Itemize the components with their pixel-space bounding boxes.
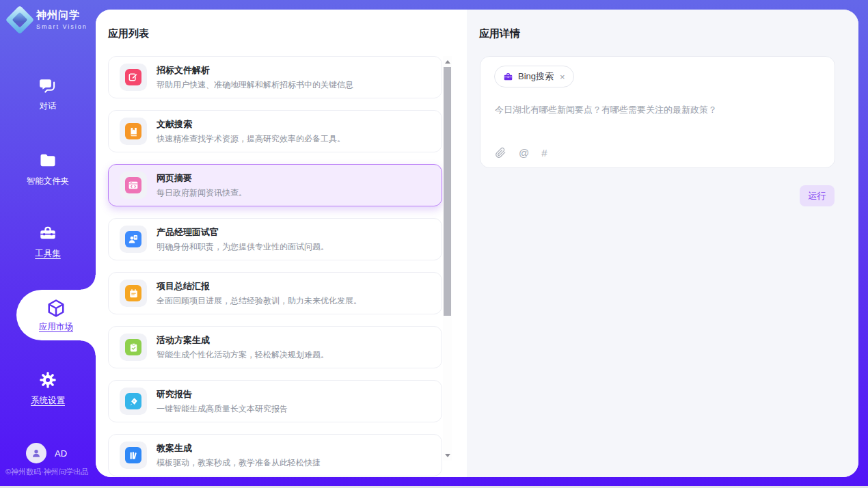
composer-toolbar: @ # (495, 147, 547, 159)
app-card-text: 教案生成 模板驱动，教案秒成，教学准备从此轻松快捷 (157, 442, 321, 469)
brand-subtitle: Smart Vision (36, 23, 87, 30)
app-card-text: 产品经理面试官 明确身份和职责，为您提供专业性的面试问题。 (157, 226, 329, 253)
mention-icon[interactable]: @ (519, 147, 529, 159)
app-name: 活动方案生成 (157, 334, 329, 347)
person-icon (31, 448, 42, 459)
chip-close-icon[interactable]: × (560, 72, 565, 82)
brand-name: 神州问学 (36, 9, 87, 22)
sidebar-item-chat[interactable]: 对话 (0, 75, 96, 112)
app-list-panel: 应用列表 招标文件解析 帮助用户快速、准确地理解和解析招标书中的关键信息 文献搜… (96, 10, 467, 477)
prompt-card: Bing搜索 × 今日湖北有哪些新闻要点？有哪些需要关注的最新政策？ @ # (480, 56, 835, 168)
app-card-text: 网页摘要 每日政府新闻资讯快查。 (157, 172, 247, 199)
browser-icon (125, 177, 141, 193)
app-card-text: 项目总结汇报 全面回顾项目进展，总结经验教训，助力未来优化发展。 (157, 280, 362, 307)
app-card-pm-interviewer[interactable]: 产品经理面试官 明确身份和职责，为您提供专业性的面试问题。 (108, 218, 442, 260)
app-card-text: 文献搜索 快速精准查找学术资源，提高研究效率的必备工具。 (157, 118, 345, 145)
tool-chip-label: Bing搜索 (518, 70, 554, 83)
app-name: 招标文件解析 (157, 64, 353, 77)
sidebar-item-toolset[interactable]: 工具集 (0, 223, 96, 260)
logo-diamond-icon (5, 5, 34, 33)
copyright-footer: ©神州数码·神州问学出品 (5, 467, 96, 477)
sidebar-item-label: 智能文件夹 (27, 176, 70, 187)
attachment-icon[interactable] (495, 147, 506, 159)
app-card-bid-document-parse[interactable]: 招标文件解析 帮助用户快速、准确地理解和解析招标书中的关键信息 (108, 56, 442, 98)
chat-icon (38, 75, 57, 96)
app-icon-tile (120, 118, 147, 145)
toolbox-icon (38, 223, 57, 243)
interviewer-icon (125, 231, 141, 247)
avatar (26, 443, 46, 463)
sidebar: 神州问学 Smart Vision 对话 智能文件夹 工具集 应用市场 系统设置 (0, 0, 96, 488)
app-name: 产品经理面试官 (157, 226, 329, 239)
app-detail-panel: 应用详情 Bing搜索 × 今日湖北有哪些新闻要点？有哪些需要关注的最新政策？ … (467, 10, 858, 477)
scrollbar-thumb[interactable] (444, 67, 451, 316)
app-list-scrollbar (443, 56, 452, 461)
app-card-literature-search[interactable]: 文献搜索 快速精准查找学术资源，提高研究效率的必备工具。 (108, 110, 442, 152)
app-icon-tile (120, 442, 147, 469)
user-name: AD (55, 448, 67, 459)
scroll-up-arrow-icon[interactable] (443, 57, 452, 66)
tool-chip-bing-search[interactable]: Bing搜索 × (494, 66, 574, 87)
app-icon-tile (120, 172, 147, 199)
run-button[interactable]: 运行 (800, 185, 835, 206)
app-description: 帮助用户快速、准确地理解和解析招标书中的关键信息 (157, 79, 353, 91)
app-icon-tile (120, 388, 147, 415)
app-detail-title: 应用详情 (479, 27, 520, 40)
app-name: 研究报告 (157, 388, 288, 401)
app-icon-tile (120, 334, 147, 361)
app-icon-tile (120, 64, 147, 91)
app-description: 快速精准查找学术资源，提高研究效率的必备工具。 (157, 133, 345, 145)
sidebar-item-settings[interactable]: 系统设置 (0, 370, 96, 407)
sidebar-item-label: 工具集 (35, 248, 61, 260)
app-description: 一键智能生成高质量长文本研究报告 (157, 403, 288, 415)
briefcase-icon (503, 72, 513, 82)
app-description: 每日政府新闻资讯快查。 (157, 187, 247, 199)
user-account[interactable]: AD (26, 443, 67, 463)
app-card-text: 招标文件解析 帮助用户快速、准确地理解和解析招标书中的关键信息 (157, 64, 353, 91)
app-list: 招标文件解析 帮助用户快速、准确地理解和解析招标书中的关键信息 文献搜索 快速精… (108, 56, 442, 476)
app-name: 教案生成 (157, 442, 321, 455)
app-card-web-summary[interactable]: 网页摘要 每日政府新闻资讯快查。 (108, 164, 442, 206)
app-description: 明确身份和职责，为您提供专业性的面试问题。 (157, 241, 329, 253)
app-name: 网页摘要 (157, 172, 247, 185)
app-card-text: 活动方案生成 智能生成个性化活动方案，轻松解决规划难题。 (157, 334, 329, 361)
books-icon (125, 447, 141, 463)
sidebar-item-label: 系统设置 (31, 395, 65, 407)
app-name: 文献搜索 (157, 118, 345, 131)
sidebar-item-smart-folder[interactable]: 智能文件夹 (0, 150, 96, 187)
folder-icon (38, 150, 57, 171)
scroll-down-arrow-icon[interactable] (443, 451, 452, 459)
prompt-input[interactable]: 今日湖北有哪些新闻要点？有哪些需要关注的最新政策？ (495, 104, 822, 116)
hash-icon[interactable]: # (541, 147, 547, 159)
app-icon-tile (120, 226, 147, 253)
app-description: 智能生成个性化活动方案，轻松解决规划难题。 (157, 349, 329, 361)
book-icon (125, 123, 141, 139)
sidebar-item-label: 应用市场 (39, 321, 73, 333)
app-icon-tile (120, 280, 147, 307)
app-description: 全面回顾项目进展，总结经验教训，助力未来优化发展。 (157, 295, 362, 307)
app-card-text: 研究报告 一键智能生成高质量长文本研究报告 (157, 388, 288, 415)
cube-icon (46, 298, 66, 318)
pen-nib-icon (125, 393, 141, 409)
app-card-event-plan[interactable]: 活动方案生成 智能生成个性化活动方案，轻松解决规划难题。 (108, 326, 442, 368)
document-edit-icon (125, 69, 141, 85)
app-card-research-report[interactable]: 研究报告 一键智能生成高质量长文本研究报告 (108, 380, 442, 422)
app-description: 模板驱动，教案秒成，教学准备从此轻松快捷 (157, 457, 321, 469)
app-card-project-summary[interactable]: 项目总结汇报 全面回顾项目进展，总结经验教训，助力未来优化发展。 (108, 272, 442, 314)
app-logo: 神州问学 Smart Vision (10, 9, 87, 30)
main-content: 应用列表 招标文件解析 帮助用户快速、准确地理解和解析招标书中的关键信息 文献搜… (96, 10, 858, 477)
report-calendar-icon (125, 285, 141, 301)
gear-icon (38, 370, 57, 390)
clipboard-check-icon (125, 339, 141, 355)
app-name: 项目总结汇报 (157, 280, 362, 293)
app-list-title: 应用列表 (108, 27, 149, 40)
app-card-lesson-plan[interactable]: 教案生成 模板驱动，教案秒成，教学准备从此轻松快捷 (108, 434, 442, 476)
sidebar-item-app-market[interactable]: 应用市场 (16, 290, 96, 340)
sidebar-item-label: 对话 (40, 100, 57, 112)
